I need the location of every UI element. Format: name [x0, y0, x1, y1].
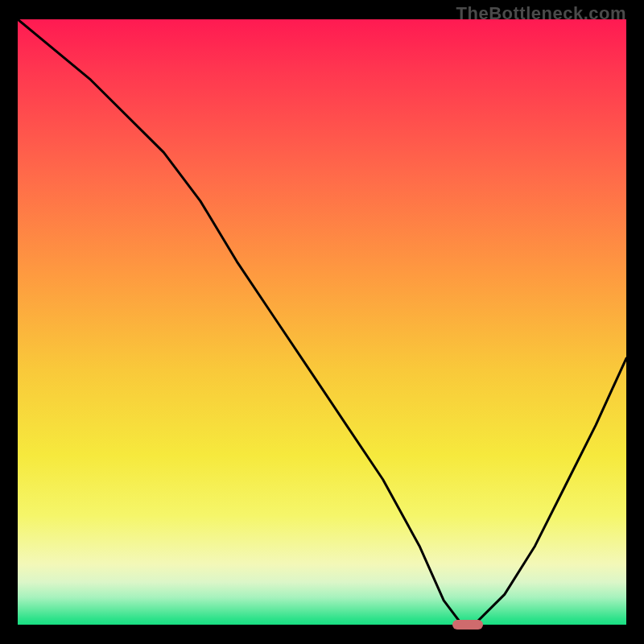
chart-frame: TheBottleneck.com — [0, 0, 644, 644]
optimal-point-marker — [452, 620, 483, 630]
bottleneck-curve — [18, 19, 626, 625]
curve-path — [18, 19, 626, 625]
watermark-text: TheBottleneck.com — [456, 3, 626, 24]
